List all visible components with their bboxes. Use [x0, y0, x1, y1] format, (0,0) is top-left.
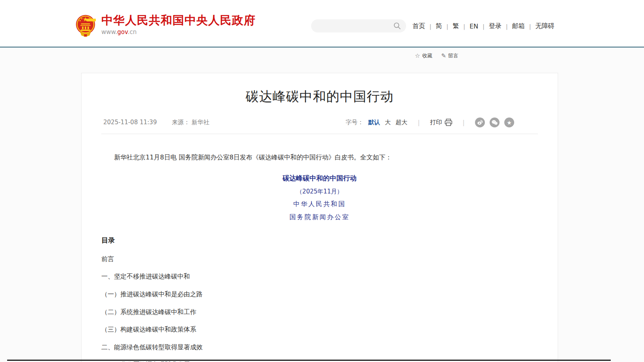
nav-separator: | — [529, 23, 531, 30]
share-star-icon[interactable]: ★ — [504, 118, 514, 127]
nav-home[interactable]: 首页 — [412, 22, 425, 30]
toc-item-1-3: （三）构建碳达峰碳中和政策体系 — [101, 326, 538, 333]
pencil-icon: ✎ — [441, 53, 446, 59]
nav-login[interactable]: 登录 — [489, 22, 502, 30]
article-meta: 2025-11-08 11:39 来源： 新华社 字号： 默认 大 超大 | 打… — [101, 118, 538, 127]
page-actions: ☆ 收藏 ✎ 留言 — [415, 52, 458, 59]
toc-item-preface: 前言 — [101, 256, 538, 263]
meta-toolbar: 字号： 默认 大 超大 | 打印 | — [346, 118, 538, 127]
font-size-large[interactable]: 大 — [385, 119, 391, 126]
toc-item-1-1: （一）推进碳达峰碳中和是必由之路 — [101, 291, 538, 298]
comment-label: 留言 — [448, 52, 458, 59]
site-title-block: 中华人民共和国中央人民政府 www.gov.cn — [101, 14, 256, 36]
bottom-divider — [7, 360, 611, 361]
site-url-gov: gov — [117, 28, 127, 36]
nav-traditional[interactable]: 繁 — [452, 22, 459, 30]
table-of-contents: 目录 前言 一、坚定不移推进碳达峰碳中和 （一）推进碳达峰碳中和是必由之路 （二… — [101, 236, 538, 362]
site-url-prefix: www. — [101, 28, 117, 36]
site-header: 中华人民共和国中央人民政府 www.gov.cn 首页 | 简 | 繁 | EN… — [0, 0, 644, 47]
toolbar-separator: | — [418, 119, 420, 126]
toc-item-1-2: （二）系统推进碳达峰碳中和工作 — [101, 309, 538, 316]
source-link[interactable]: 新华社 — [192, 119, 209, 126]
toc-heading: 目录 — [101, 236, 538, 245]
site-logo[interactable]: 中华人民共和国中央人民政府 www.gov.cn — [75, 14, 256, 39]
nav-english[interactable]: EN — [469, 23, 478, 30]
nav-mailbox[interactable]: 邮箱 — [512, 22, 525, 30]
star-glyph: ★ — [507, 120, 512, 125]
search-icon[interactable] — [393, 22, 401, 30]
publish-date: 2025-11-08 11:39 — [103, 119, 157, 126]
printer-icon — [445, 119, 452, 126]
source-block: 来源： 新华社 — [172, 119, 209, 126]
favorite-button[interactable]: ☆ 收藏 — [415, 52, 432, 59]
source-label: 来源： — [172, 119, 190, 126]
share-wechat-icon[interactable] — [490, 118, 500, 127]
top-nav: 首页 | 简 | 繁 | EN | 登录 | 邮箱 | 无障碍 — [412, 22, 554, 30]
font-size-label: 字号： — [346, 119, 363, 126]
document-date: （2025年11月） — [101, 188, 538, 195]
font-size-xlarge[interactable]: 超大 — [395, 119, 407, 126]
document-issuer-country: 中华人民共和国 — [101, 200, 538, 208]
print-label: 打印 — [430, 119, 442, 126]
meta-divider — [101, 134, 538, 134]
comment-button[interactable]: ✎ 留言 — [441, 52, 458, 59]
nav-separator: | — [429, 23, 431, 30]
nav-separator: | — [446, 23, 448, 30]
search-box — [311, 19, 406, 32]
font-size-default[interactable]: 默认 — [368, 119, 380, 126]
site-url-suffix: .cn — [128, 28, 137, 36]
lead-paragraph: 新华社北京11月8日电 国务院新闻办公室8日发布《碳达峰碳中和的中国行动》白皮书… — [101, 152, 538, 163]
national-emblem-icon — [75, 14, 96, 39]
document-heading: 碳达峰碳中和的中国行动 （2025年11月） 中华人民共和国 国务院新闻办公室 — [101, 174, 538, 222]
site-title[interactable]: 中华人民共和国中央人民政府 — [101, 14, 256, 27]
document-title: 碳达峰碳中和的中国行动 — [101, 174, 538, 183]
page: { "header": { "site_title": "中华人民共和国中央人民… — [0, 0, 644, 362]
nav-accessibility[interactable]: 无障碍 — [535, 22, 554, 30]
star-icon: ☆ — [415, 53, 420, 59]
favorite-label: 收藏 — [422, 52, 432, 59]
site-url[interactable]: www.gov.cn — [101, 28, 256, 36]
document-issuer-office: 国务院新闻办公室 — [101, 213, 538, 222]
toc-item-1: 一、坚定不移推进碳达峰碳中和 — [101, 273, 538, 280]
article-card: 碳达峰碳中和的中国行动 2025-11-08 11:39 来源： 新华社 字号：… — [81, 73, 558, 362]
toolbar-separator: | — [463, 119, 465, 126]
print-button[interactable]: 打印 — [430, 119, 452, 126]
toc-item-2: 二、能源绿色低碳转型取得显著成效 — [101, 344, 538, 351]
nav-simplified[interactable]: 简 — [436, 22, 442, 30]
share-weibo-icon[interactable] — [475, 118, 485, 127]
nav-separator: | — [483, 23, 484, 30]
nav-separator: | — [463, 23, 465, 30]
search-input[interactable] — [311, 19, 393, 32]
meta-left: 2025-11-08 11:39 来源： 新华社 — [101, 119, 209, 126]
article-title: 碳达峰碳中和的中国行动 — [101, 87, 538, 106]
nav-separator: | — [506, 23, 508, 30]
